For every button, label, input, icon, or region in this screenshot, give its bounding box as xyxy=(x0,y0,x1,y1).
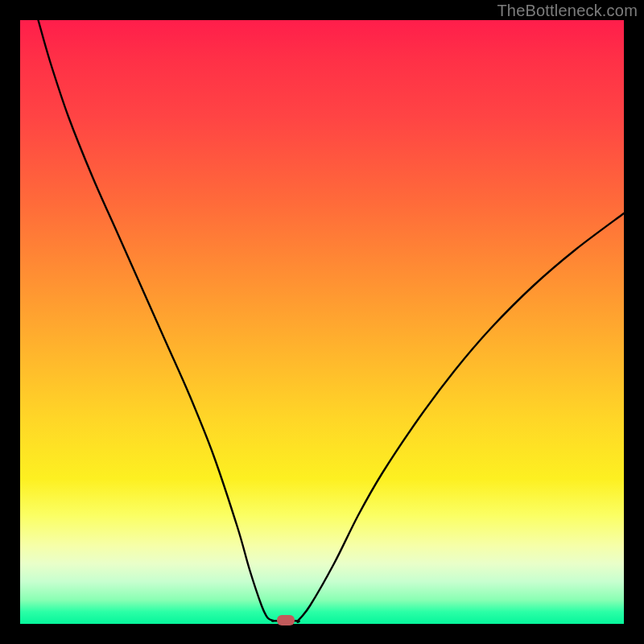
optimum-marker xyxy=(277,615,295,625)
watermark-text: TheBottleneck.com xyxy=(497,2,638,20)
plot-area xyxy=(20,20,624,624)
chart-frame: TheBottleneck.com xyxy=(0,0,644,644)
bottleneck-curve xyxy=(20,20,624,624)
curve-path xyxy=(39,20,625,622)
